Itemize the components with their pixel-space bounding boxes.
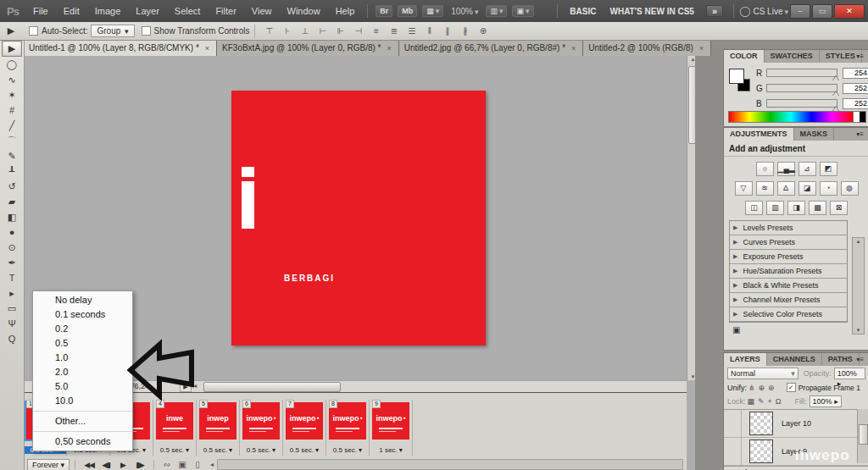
lock-transparency-icon[interactable]: ▦ [748, 397, 755, 406]
layer-thumbnail[interactable] [749, 412, 773, 435]
delay-menu-item[interactable]: 0.2 [33, 322, 132, 336]
delay-menu-item[interactable]: 2.0 [33, 365, 132, 379]
return-to-adjustment-list-icon[interactable]: ▣ [732, 325, 740, 335]
visibility-toggle[interactable] [724, 438, 742, 465]
preset-row[interactable]: ▶ Hue/Saturation Presets [730, 264, 847, 279]
close-tab-icon[interactable]: × [698, 40, 705, 57]
menu-item[interactable]: Edit [56, 0, 87, 22]
channel-value-field[interactable]: 254 [843, 68, 868, 79]
presets-scrollbar[interactable]: ▴ ▾ [852, 237, 865, 335]
layers-scrollbar[interactable] [857, 409, 868, 463]
type-tool[interactable]: T [3, 271, 21, 285]
channel-slider[interactable] [766, 99, 837, 108]
arrange-documents-icon[interactable]: ▥▾ [486, 5, 507, 17]
minimize-button[interactable]: – [790, 4, 810, 19]
scroll-up-icon[interactable]: ▴ [853, 238, 864, 245]
gradient-map-icon[interactable]: ▩ [809, 201, 826, 215]
align-horizontal-centers-icon[interactable]: ⊩ [332, 24, 348, 38]
next-frame-button[interactable]: ▮▶ [131, 461, 148, 469]
preset-row[interactable]: ▶ Black & White Presets [730, 279, 847, 293]
show-transform-checkbox[interactable] [142, 26, 151, 36]
hand-tool[interactable]: Ψ [3, 317, 21, 331]
close-tab-icon[interactable]: × [203, 40, 211, 57]
opacity-field[interactable]: 100% ▸ [834, 368, 865, 379]
quick-selection-tool[interactable]: ✶ [3, 88, 21, 102]
menu-item[interactable]: Select [167, 0, 209, 22]
expand-triangle-icon[interactable]: ▶ [733, 253, 737, 260]
channel-slider[interactable] [766, 84, 837, 92]
menu-item[interactable]: Image [87, 0, 129, 22]
frame-delay-dropdown[interactable]: 0.5 sec. ▾ [283, 446, 326, 454]
eyedropper-tool[interactable]: ╱ [3, 119, 21, 133]
panel-menu-icon[interactable]: ▾≡ [853, 52, 867, 61]
panel-tab[interactable]: CHANNELS [767, 353, 822, 366]
animation-frame[interactable]: inwepo 7 0.5 sec. ▾ [283, 400, 326, 456]
expand-triangle-icon[interactable]: ▶ [733, 224, 737, 231]
delay-menu-item[interactable]: 5.0 [33, 379, 132, 394]
delay-menu-item[interactable]: 10.0 [33, 394, 132, 408]
delay-menu-item[interactable]: 0,50 seconds [33, 431, 132, 449]
exposure-icon[interactable]: ◩ [820, 162, 837, 176]
delay-menu-item[interactable]: 0.5 [33, 336, 132, 351]
frame-delay-dropdown[interactable]: 0.5 sec. ▾ [240, 446, 282, 454]
artboard[interactable]: BERBAGI [231, 91, 486, 346]
curves-icon[interactable]: ⊿ [798, 162, 816, 176]
screen-mode-icon[interactable]: ▣▾ [512, 5, 533, 17]
lasso-tool[interactable]: ∿ [3, 73, 21, 87]
animation-frame[interactable]: inwepo 9 1 sec. ▾ [370, 400, 413, 456]
slider-handle-icon[interactable] [832, 91, 839, 97]
auto-select-checkbox[interactable] [29, 26, 38, 36]
channel-slider[interactable] [766, 69, 837, 77]
view-extras-icon[interactable]: ▦▾ [422, 5, 443, 17]
cs-live-dropdown[interactable]: CS Live▾ [753, 7, 788, 16]
delay-menu-item[interactable]: 0.1 seconds [33, 307, 132, 322]
distribute-top-edges-icon[interactable]: ≡ [368, 24, 384, 38]
clone-stamp-tool[interactable]: ┸ [3, 164, 21, 179]
history-brush-tool[interactable]: ↺ [3, 180, 21, 194]
preset-row[interactable]: ▶ Selective Color Presets [730, 307, 847, 322]
expand-triangle-icon[interactable]: ▶ [733, 296, 737, 303]
marquee-tool[interactable]: ◯ [3, 58, 21, 72]
channel-value-field[interactable]: 252 [843, 98, 868, 109]
vibrance-icon[interactable]: ▽ [735, 181, 753, 196]
propagate-frame-checkbox[interactable]: ✓ [787, 383, 796, 392]
photo-filter-icon[interactable]: ◔ [820, 181, 837, 196]
blend-mode-dropdown[interactable]: Normal▾ [727, 368, 798, 379]
frame-delay-dropdown[interactable]: 0.5 sec. ▾ [197, 446, 239, 454]
restore-button[interactable]: ▭ [812, 4, 832, 19]
preset-row[interactable]: ▶ Channel Mixer Presets [730, 293, 847, 307]
channel-value-field[interactable]: 252 [843, 83, 868, 94]
expand-triangle-icon[interactable]: ▶ [733, 282, 737, 289]
timeline-scrollbar[interactable] [217, 459, 683, 470]
panel-menu-icon[interactable]: ▾≡ [853, 130, 867, 139]
frame-delay-dropdown[interactable]: 0.5 sec. ▾ [153, 446, 196, 454]
panel-tab[interactable]: ADJUSTMENTS [724, 128, 794, 141]
menu-item[interactable]: File [25, 0, 56, 22]
expand-triangle-icon[interactable]: ▶ [733, 239, 737, 246]
close-button[interactable]: ✕ [834, 4, 865, 19]
menu-item[interactable]: Layer [128, 0, 167, 22]
distribute-horizontal-centers-icon[interactable]: ∥ [439, 24, 455, 38]
spot-healing-brush-tool[interactable]: ⌒ [3, 134, 21, 148]
unify-style-icon[interactable]: ⊛ [768, 384, 775, 392]
invert-icon[interactable]: ◫ [745, 201, 763, 215]
animation-frame[interactable]: inwe 4 0.5 sec. ▾ [153, 400, 197, 456]
slider-handle-icon[interactable] [832, 76, 839, 81]
panel-menu-icon[interactable]: ▾≡ [853, 355, 867, 364]
threshold-icon[interactable]: ◨ [787, 201, 805, 215]
loop-count-dropdown[interactable]: Forever ▾ [27, 459, 70, 470]
animation-frame[interactable]: inwepo 8 0.5 sec. ▾ [326, 400, 370, 456]
close-tab-icon[interactable]: × [386, 40, 393, 57]
gradient-tool[interactable]: ◧ [3, 210, 21, 224]
preset-row[interactable]: ▶ Curves Presets [730, 235, 847, 250]
unify-visibility-icon[interactable]: ⊕ [759, 384, 765, 392]
dodge-tool[interactable]: ⊙ [3, 241, 21, 255]
tween-button[interactable]: ∾ [159, 460, 175, 469]
zoom-level-dropdown[interactable]: 100%▾ [451, 7, 478, 16]
frame-delay-dropdown[interactable]: 0.5 sec. ▾ [326, 446, 369, 454]
move-tool[interactable]: ▶ [2, 41, 22, 57]
distribute-left-edges-icon[interactable]: ‖ [421, 24, 437, 38]
workspace-expand-button[interactable]: » [706, 5, 723, 17]
fill-field[interactable]: 100% ▸ [810, 395, 842, 407]
distribute-right-edges-icon[interactable]: ∦ [457, 24, 473, 38]
